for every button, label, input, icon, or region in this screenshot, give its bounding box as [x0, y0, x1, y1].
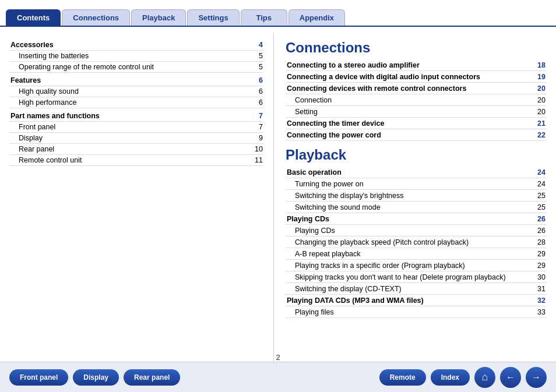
- item-page: 25: [535, 190, 547, 202]
- table-row[interactable]: Playing CDs26: [286, 213, 547, 225]
- item-label: Display: [9, 133, 245, 144]
- item-page: 28: [535, 236, 547, 248]
- tab-contents[interactable]: Contents: [6, 9, 61, 26]
- table-row[interactable]: Connecting a device with digital audio i…: [286, 71, 547, 83]
- item-label: Turning the power on: [286, 178, 535, 190]
- table-row[interactable]: Connecting devices with remote control c…: [286, 83, 547, 94]
- table-row[interactable]: Changing the playback speed (Pitch contr…: [286, 236, 547, 248]
- table-row[interactable]: Playing tracks in a specific order (Prog…: [286, 260, 547, 271]
- item-page: 32: [535, 295, 547, 306]
- item-label: Playing DATA CDs (MP3 and WMA files): [286, 295, 535, 306]
- table-row[interactable]: Playing DATA CDs (MP3 and WMA files)32: [286, 295, 547, 306]
- table-row[interactable]: High quality sound6: [9, 86, 264, 97]
- table-row[interactable]: Basic operation24: [286, 167, 547, 178]
- item-label: Connecting the power cord: [286, 129, 533, 141]
- table-row: Accessories4: [9, 37, 264, 51]
- item-page: 19: [533, 71, 547, 83]
- section-label: Accessories: [9, 37, 245, 51]
- connections-title: Connections: [286, 40, 547, 56]
- table-row: Features6: [9, 73, 264, 86]
- item-label: Basic operation: [286, 167, 535, 178]
- table-row[interactable]: Operating range of the remote control un…: [9, 62, 264, 73]
- connections-table: Connecting to a stereo audio amplifier18…: [286, 59, 547, 141]
- item-page: 20: [533, 94, 547, 106]
- tab-connections[interactable]: Connections: [62, 9, 130, 26]
- item-page: 22: [533, 129, 547, 141]
- table-row[interactable]: Skipping tracks you don't want to hear (…: [286, 271, 547, 283]
- item-page: 25: [535, 202, 547, 213]
- table-row[interactable]: Turning the power on24: [286, 178, 547, 190]
- table-row[interactable]: Connecting the power cord22: [286, 129, 547, 141]
- item-page: 5: [245, 62, 264, 73]
- home-button[interactable]: ⌂: [474, 367, 495, 388]
- tab-playback[interactable]: Playback: [131, 9, 186, 26]
- section-page: 7: [245, 108, 264, 122]
- item-page: 33: [535, 306, 547, 318]
- bottom-bar: Front panel Display Rear panel Remote In…: [0, 362, 556, 392]
- table-row[interactable]: Display9: [9, 133, 264, 144]
- item-label: Connecting devices with remote control c…: [286, 83, 533, 94]
- item-label: Connecting the timer device: [286, 118, 533, 129]
- item-page: 29: [535, 248, 547, 260]
- item-label: Setting: [286, 106, 533, 118]
- item-page: 6: [245, 97, 264, 108]
- item-page: 24: [535, 178, 547, 190]
- playback-title: Playback: [286, 147, 547, 163]
- front-panel-button[interactable]: Front panel: [9, 369, 68, 386]
- table-row[interactable]: Connecting to a stereo audio amplifier18: [286, 59, 547, 71]
- top-nav: Contents Connections Playback Settings T…: [0, 0, 556, 27]
- item-page: 10: [245, 144, 264, 155]
- item-page: 26: [535, 213, 547, 225]
- item-page: 5: [245, 51, 264, 62]
- table-row[interactable]: Playing CDs26: [286, 225, 547, 236]
- tab-appendix[interactable]: Appendix: [288, 9, 345, 26]
- item-page: 7: [245, 122, 264, 133]
- table-row[interactable]: High performance6: [9, 97, 264, 108]
- section-label: Part names and functions: [9, 108, 245, 122]
- playback-table: Basic operation24Turning the power on24S…: [286, 167, 547, 318]
- item-page: 30: [535, 271, 547, 283]
- item-label: Operating range of the remote control un…: [9, 62, 245, 73]
- item-label: Playing files: [286, 306, 535, 318]
- table-row[interactable]: Playing files33: [286, 306, 547, 318]
- item-page: 20: [533, 83, 547, 94]
- back-button[interactable]: ←: [500, 367, 521, 388]
- tab-tips[interactable]: Tips: [241, 9, 287, 26]
- table-row[interactable]: Inserting the batteries5: [9, 51, 264, 62]
- table-row[interactable]: Connection20: [286, 94, 547, 106]
- table-row[interactable]: Switching the display (CD-TEXT)31: [286, 283, 547, 295]
- table-row[interactable]: Connecting the timer device21: [286, 118, 547, 129]
- item-page: 6: [245, 86, 264, 97]
- item-label: High performance: [9, 97, 245, 108]
- display-button[interactable]: Display: [73, 369, 119, 386]
- remote-button[interactable]: Remote: [379, 369, 426, 386]
- item-page: 11: [245, 155, 264, 166]
- item-label: Playing CDs: [286, 213, 535, 225]
- item-label: Rear panel: [9, 144, 245, 155]
- item-page: 20: [533, 106, 547, 118]
- index-button[interactable]: Index: [431, 369, 470, 386]
- table-row[interactable]: A-B repeat playback29: [286, 248, 547, 260]
- section-label: Features: [9, 73, 245, 86]
- table-row[interactable]: Setting20: [286, 106, 547, 118]
- table-row[interactable]: Rear panel10: [9, 144, 264, 155]
- table-row[interactable]: Switching the display's brightness25: [286, 190, 547, 202]
- table-row[interactable]: Switching the sound mode25: [286, 202, 547, 213]
- item-label: Switching the display's brightness: [286, 190, 535, 202]
- item-label: Skipping tracks you don't want to hear (…: [286, 271, 535, 283]
- item-label: Connecting to a stereo audio amplifier: [286, 59, 533, 71]
- tab-settings[interactable]: Settings: [187, 9, 239, 26]
- left-panel: Accessories4Inserting the batteries5Oper…: [0, 33, 274, 362]
- item-label: Switching the sound mode: [286, 202, 535, 213]
- item-page: 9: [245, 133, 264, 144]
- item-label: A-B repeat playback: [286, 248, 535, 260]
- forward-button[interactable]: →: [526, 367, 547, 388]
- section-page: 4: [245, 37, 264, 51]
- item-label: Front panel: [9, 122, 245, 133]
- table-row[interactable]: Remote control unit11: [9, 155, 264, 166]
- rear-panel-button[interactable]: Rear panel: [124, 369, 180, 386]
- table-row: Part names and functions7: [9, 108, 264, 122]
- table-row[interactable]: Front panel7: [9, 122, 264, 133]
- item-label: Changing the playback speed (Pitch contr…: [286, 236, 535, 248]
- item-label: Connection: [286, 94, 533, 106]
